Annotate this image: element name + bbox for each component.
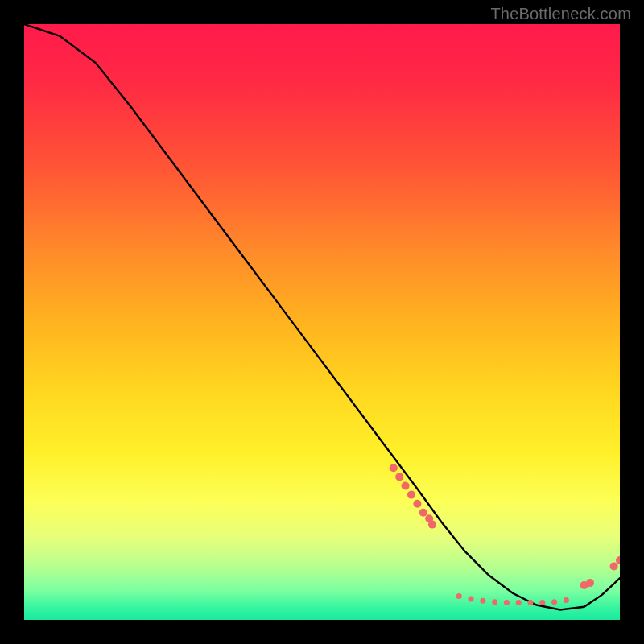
heat-gradient-background (24, 24, 620, 620)
chart-stage: TheBottleneck.com (0, 0, 644, 644)
plot-area (24, 24, 620, 620)
watermark-text: TheBottleneck.com (490, 5, 631, 23)
